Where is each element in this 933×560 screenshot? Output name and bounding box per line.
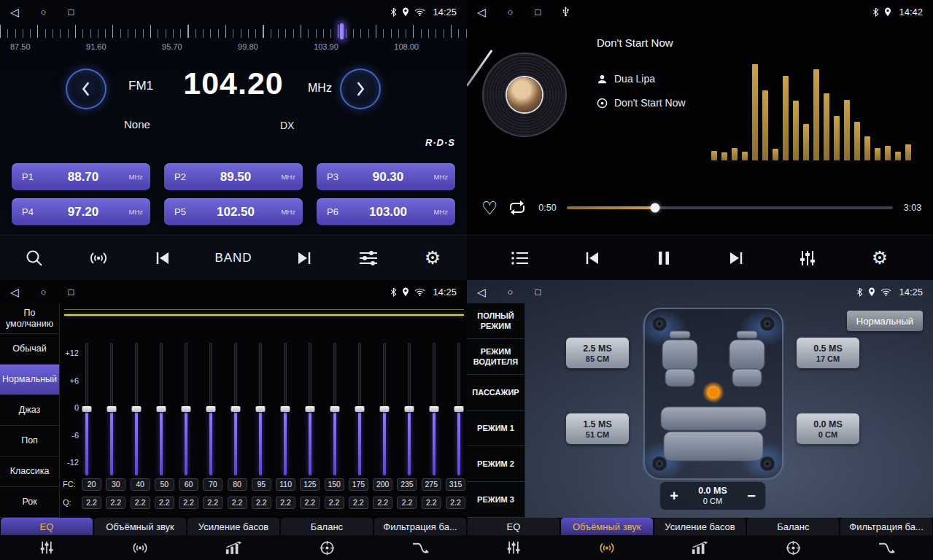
delay-rear-left-button[interactable]: 1.5 MS 51 CM [566, 413, 629, 444]
home-icon[interactable]: ○ [41, 7, 47, 17]
back-icon[interactable]: ◁ [477, 7, 486, 18]
seat-mode-item[interactable]: РЕЖИМ 3 [467, 482, 524, 518]
slider-handle[interactable] [330, 406, 340, 412]
tab-filter-icon-cell[interactable] [840, 541, 933, 555]
eq-band-slider[interactable] [231, 343, 241, 475]
back-icon[interactable]: ◁ [477, 287, 486, 298]
tab-surround-icon-cell[interactable] [93, 540, 187, 556]
slider-handle[interactable] [107, 406, 117, 412]
tab-balance-icon-cell[interactable] [746, 540, 840, 556]
slider-handle[interactable] [256, 406, 266, 412]
broadcast-button[interactable] [86, 249, 111, 267]
home-icon[interactable]: ○ [41, 287, 47, 297]
tab-balance[interactable]: Баланс [747, 518, 839, 535]
eq-preset-item[interactable]: Поп [0, 426, 59, 456]
tab-bass-icon-cell[interactable] [654, 541, 747, 555]
tab-surround[interactable]: Объёмный звук [94, 518, 186, 535]
tab-eq-icon-cell[interactable] [0, 540, 93, 555]
recents-icon[interactable]: □ [68, 287, 74, 297]
eq-band-slider[interactable] [305, 343, 315, 475]
previous-button[interactable] [150, 249, 175, 267]
eq-band-slider[interactable] [280, 343, 290, 475]
progress-bar[interactable] [567, 206, 893, 209]
delay-front-right-button[interactable]: 0.5 MS 17 CM [797, 338, 859, 368]
eq-band-slider[interactable] [429, 343, 439, 475]
slider-handle[interactable] [430, 406, 439, 412]
band-button[interactable]: BAND [214, 251, 252, 265]
delay-rear-right-button[interactable]: 0.0 MS 0 CM [797, 413, 859, 444]
slider-handle[interactable] [454, 406, 464, 412]
settings-button[interactable]: ⚙ [420, 249, 445, 267]
next-track-button[interactable] [724, 249, 748, 267]
eq-band-slider[interactable] [379, 343, 390, 475]
eq-preset-item[interactable]: Классика [0, 456, 59, 487]
favorite-button[interactable]: ♡ [481, 199, 498, 217]
eq-preset-item[interactable]: Джаз [0, 395, 59, 426]
tab-filter[interactable]: Фильтрация ба... [374, 518, 466, 535]
tuning-scale[interactable]: 87.5091.6095.7099.80103.90108.00 [0, 23, 467, 58]
slider-handle[interactable] [182, 406, 191, 412]
mixer-button[interactable] [795, 249, 820, 267]
delay-front-left-button[interactable]: 2.5 MS 85 CM [566, 338, 629, 368]
slider-handle[interactable] [355, 406, 365, 412]
tab-surround-icon-cell[interactable] [560, 540, 654, 556]
tab-eq-icon-cell[interactable] [467, 540, 560, 555]
search-button[interactable] [22, 249, 47, 268]
home-icon[interactable]: ○ [508, 287, 514, 297]
tab-bass-boost[interactable]: Усиление басов [654, 518, 746, 535]
preset-button[interactable]: P5 102.50 MHz [164, 198, 303, 225]
seat-mode-item[interactable]: ПАССАЖИР [467, 375, 524, 411]
soundfield-preset-button[interactable]: Нормальный [847, 311, 923, 331]
seek-down-button[interactable] [66, 69, 107, 109]
slider-handle[interactable] [281, 406, 290, 412]
preset-button[interactable]: P1 88.70 MHz [12, 163, 150, 190]
eq-band-slider[interactable] [107, 343, 117, 475]
repeat-button[interactable] [507, 200, 527, 216]
delay-decrease-button[interactable]: − [738, 488, 765, 505]
slider-handle[interactable] [405, 406, 414, 412]
slider-handle[interactable] [380, 406, 390, 412]
tab-bass-boost[interactable]: Усиление басов [187, 518, 279, 535]
eq-band-slider[interactable] [330, 343, 340, 475]
tab-balance[interactable]: Баланс [281, 518, 373, 535]
delay-increase-button[interactable]: + [660, 488, 688, 505]
tab-bass-icon-cell[interactable] [187, 541, 280, 555]
eq-preset-item[interactable]: Обычай [0, 334, 59, 365]
tab-surround[interactable]: Объёмный звук [561, 518, 653, 535]
slider-handle[interactable] [157, 406, 166, 412]
preset-button[interactable]: P6 103.00 MHz [317, 198, 455, 225]
tab-filter[interactable]: Фильтрация ба... [840, 518, 932, 535]
eq-preset-item[interactable]: Нормальный [0, 365, 59, 395]
slider-handle[interactable] [132, 406, 142, 412]
eq-band-slider[interactable] [131, 343, 142, 475]
slider-handle[interactable] [231, 406, 241, 412]
slider-handle[interactable] [82, 406, 92, 412]
seat-mode-item[interactable]: РЕЖИМ ВОДИТЕЛЯ [467, 339, 524, 375]
eq-preset-item[interactable]: По умолчанию [0, 303, 59, 334]
tab-filter-icon-cell[interactable] [373, 541, 467, 555]
eq-band-slider[interactable] [82, 343, 92, 475]
tab-eq[interactable]: EQ [1, 518, 93, 535]
tune-settings-button[interactable] [356, 249, 381, 267]
eq-band-slider[interactable] [404, 343, 414, 475]
back-icon[interactable]: ◁ [10, 7, 19, 18]
back-icon[interactable]: ◁ [10, 287, 19, 298]
eq-band-slider[interactable] [206, 343, 216, 475]
eq-band-slider[interactable] [255, 343, 266, 475]
eq-band-slider[interactable] [156, 343, 166, 475]
eq-preset-item[interactable]: Рок [0, 487, 59, 518]
eq-band-slider[interactable] [355, 343, 365, 475]
progress-knob[interactable] [650, 203, 659, 213]
previous-track-button[interactable] [580, 249, 605, 267]
slider-handle[interactable] [206, 406, 216, 412]
eq-band-slider[interactable] [181, 343, 191, 475]
tab-eq[interactable]: EQ [468, 518, 560, 535]
preset-button[interactable]: P4 97.20 MHz [12, 198, 150, 225]
playlist-button[interactable] [508, 250, 533, 266]
preset-button[interactable]: P3 90.30 MHz [317, 163, 455, 190]
next-button[interactable] [292, 249, 317, 267]
recents-icon[interactable]: □ [535, 7, 541, 17]
home-icon[interactable]: ○ [508, 7, 514, 17]
tab-balance-icon-cell[interactable] [280, 540, 373, 556]
eq-band-slider[interactable] [454, 343, 464, 475]
